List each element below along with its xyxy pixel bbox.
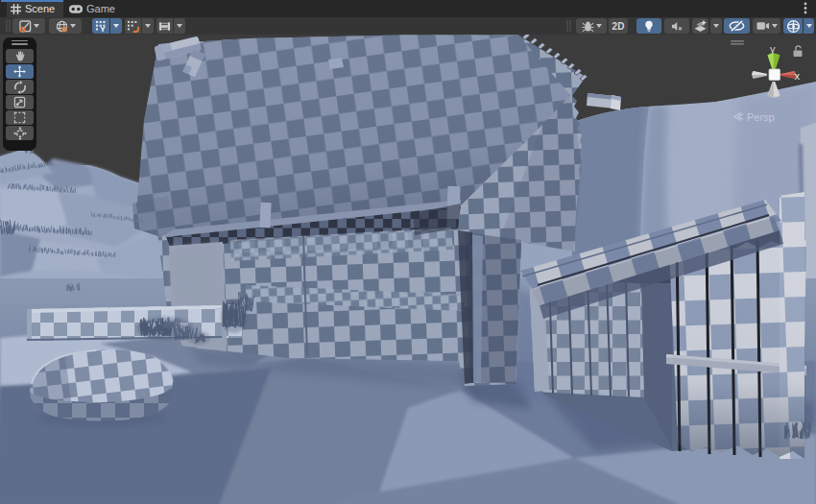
svg-text:Y: Y [100, 25, 105, 33]
svg-text:Persp: Persp [747, 111, 775, 123]
svg-text:x: x [795, 70, 801, 82]
svg-text:y: y [770, 43, 776, 55]
